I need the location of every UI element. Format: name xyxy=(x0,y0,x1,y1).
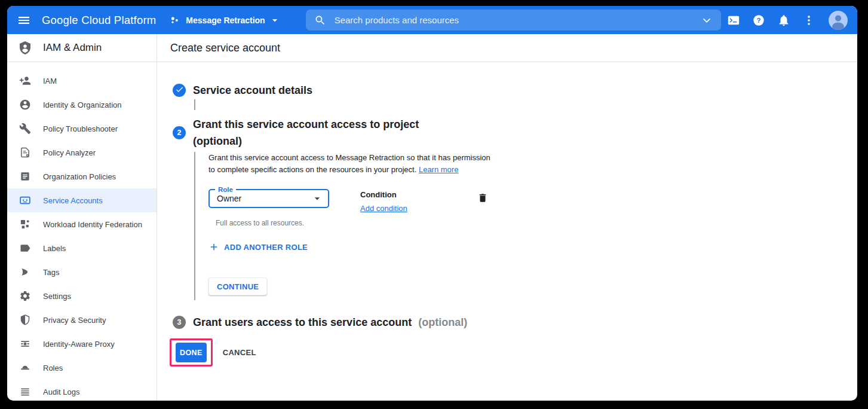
step-1-service-account-details: Service account details xyxy=(173,84,857,97)
sidebar-item-label: Settings xyxy=(43,292,71,301)
sidebar-item-label: Privacy & Security xyxy=(43,316,106,325)
sidebar-item-label: Audit Logs xyxy=(43,387,79,396)
project-switcher-icon xyxy=(169,14,180,26)
main-panel: Create service account Service account d… xyxy=(157,34,857,401)
search-bar[interactable] xyxy=(306,10,721,30)
help-icon[interactable]: ? xyxy=(752,14,765,27)
sidebar-item-iam[interactable]: IAM xyxy=(7,69,157,93)
learn-more-link[interactable]: Learn more xyxy=(419,165,458,174)
sidebar-item-policy-analyzer[interactable]: Policy Analyzer xyxy=(7,141,157,164)
role-select[interactable]: Role Owner xyxy=(208,189,329,208)
annotation-highlight-box: DONE xyxy=(170,338,213,367)
project-name: Message Retraction xyxy=(186,16,265,25)
add-condition-link[interactable]: Add condition xyxy=(360,204,407,213)
step-connector xyxy=(194,99,195,110)
person-circle-icon xyxy=(19,99,31,111)
sidebar-header: IAM & Admin xyxy=(7,34,157,62)
sidebar-item-label: Policy Analyzer xyxy=(43,148,96,157)
trash-icon[interactable] xyxy=(477,193,488,203)
person-add-icon xyxy=(19,75,31,87)
app-bar: Google Cloud Platform Message Retraction… xyxy=(7,6,857,34)
sidebar-item-identity-organization[interactable]: Identity & Organization xyxy=(7,93,157,117)
sidebar-title: IAM & Admin xyxy=(43,42,102,54)
sidebar-item-label: Identity-Aware Proxy xyxy=(43,340,115,349)
sidebar-item-label: Labels xyxy=(43,244,66,253)
step-3-title: Grant users access to this service accou… xyxy=(193,316,467,329)
search-input[interactable] xyxy=(335,15,701,25)
hat-icon xyxy=(19,362,31,374)
sidebar-item-label: Organization Policies xyxy=(43,172,116,181)
sidebar-item-label: Tags xyxy=(43,268,59,277)
step-2-body: Grant this service account access to Mes… xyxy=(194,152,857,300)
page-header: Create service account xyxy=(157,34,857,62)
condition-label: Condition xyxy=(360,190,450,199)
description-line-1: Grant this service account access to Mes… xyxy=(208,152,857,164)
step-2-description: Grant this service account access to Mes… xyxy=(208,152,857,176)
role-row: Role Owner Condition Add condition xyxy=(208,189,857,213)
step-2-titles: Grant this service account access to pro… xyxy=(193,116,419,149)
step-complete-badge xyxy=(173,84,186,97)
sidebar-item-privacy-security[interactable]: Privacy & Security xyxy=(7,308,157,332)
step-3-optional: (optional) xyxy=(418,316,467,328)
condition-block: Condition Add condition xyxy=(360,190,450,213)
role-helper-text: Full access to all resources. xyxy=(216,219,857,227)
doc-gear-icon xyxy=(19,146,31,158)
sidebar-nav: IAM Identity & Organization Policy Troub… xyxy=(7,62,157,401)
chevron-down-icon[interactable] xyxy=(701,14,713,26)
done-button[interactable]: DONE xyxy=(176,343,207,362)
step-3-header: 3 Grant users access to this service acc… xyxy=(173,316,857,329)
wrench-icon xyxy=(19,123,31,135)
more-vert-icon[interactable] xyxy=(802,14,815,27)
shield-half-icon xyxy=(19,314,31,326)
sidebar-item-label: Service Accounts xyxy=(43,196,103,205)
continue-button[interactable]: CONTINUE xyxy=(208,277,267,295)
doc-lines-icon xyxy=(19,170,31,182)
step-2-header: 2 Grant this service account access to p… xyxy=(173,116,857,149)
create-service-account-form: Service account details 2 Grant this ser… xyxy=(157,62,857,401)
browser-viewport: Google Cloud Platform Message Retraction… xyxy=(7,6,857,401)
sidebar-item-audit-logs[interactable]: Audit Logs xyxy=(7,380,157,401)
service-account-icon xyxy=(19,194,31,206)
sidebar-item-label: Identity & Organization xyxy=(43,100,122,109)
sidebar-item-label: Roles xyxy=(43,364,63,373)
sidebar-item-settings[interactable]: Settings xyxy=(7,284,157,308)
sidebar-item-identity-aware-proxy[interactable]: Identity-Aware Proxy xyxy=(7,332,157,356)
list-lines-icon xyxy=(19,386,31,398)
project-selector[interactable]: Message Retraction xyxy=(169,14,280,26)
proxy-icon xyxy=(19,338,31,350)
tag-icon xyxy=(19,266,31,278)
gear-icon xyxy=(19,290,31,302)
sidebar-item-workload-identity-federation[interactable]: Workload Identity Federation xyxy=(7,212,157,236)
form-actions: DONE CANCEL xyxy=(173,338,857,367)
sidebar-item-roles[interactable]: Roles xyxy=(7,356,157,380)
search-icon xyxy=(314,14,326,26)
sidebar-item-service-accounts[interactable]: Service Accounts xyxy=(7,188,157,212)
add-another-role-label: ADD ANOTHER ROLE xyxy=(224,243,308,252)
add-another-role-button[interactable]: ADD ANOTHER ROLE xyxy=(208,242,308,252)
dropdown-arrow-icon xyxy=(311,193,323,204)
sidebar-item-tags[interactable]: Tags xyxy=(7,260,157,284)
sidebar-item-labels[interactable]: Labels xyxy=(7,236,157,260)
sidebar-item-organization-policies[interactable]: Organization Policies xyxy=(7,164,157,188)
role-selected-value: Owner xyxy=(217,194,311,203)
app-bar-actions: ? xyxy=(721,11,848,30)
sidebar-item-label: Workload Identity Federation xyxy=(43,220,142,229)
shield-person-icon xyxy=(18,41,32,55)
avatar[interactable] xyxy=(829,11,848,30)
cancel-button[interactable]: CANCEL xyxy=(223,348,256,357)
plus-icon xyxy=(208,242,219,252)
cloud-shell-icon[interactable] xyxy=(727,14,740,27)
caret-down-icon xyxy=(269,14,281,26)
content-area: IAM & Admin IAM Identity & Organization … xyxy=(7,34,857,401)
step-2-optional: (optional) xyxy=(193,133,419,149)
sidebar: IAM & Admin IAM Identity & Organization … xyxy=(7,34,157,401)
page-title: Create service account xyxy=(170,42,280,54)
check-icon xyxy=(175,85,184,96)
sidebar-item-policy-troubleshooter[interactable]: Policy Troubleshooter xyxy=(7,117,157,141)
workload-squares-icon xyxy=(19,218,31,230)
notifications-icon[interactable] xyxy=(777,14,790,27)
gcp-logo[interactable]: Google Cloud Platform xyxy=(42,14,156,27)
role-field-label: Role xyxy=(215,185,236,194)
step-3-badge: 3 xyxy=(173,316,186,329)
hamburger-menu-icon[interactable] xyxy=(17,13,31,28)
